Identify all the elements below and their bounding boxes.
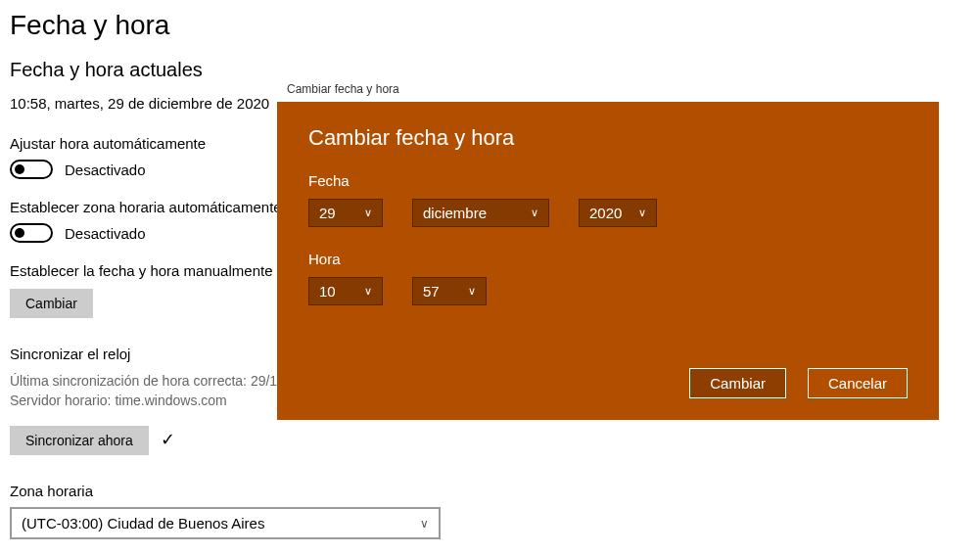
hour-value: 10 <box>319 283 336 300</box>
time-label: Hora <box>308 251 908 267</box>
day-select[interactable]: 29 ∨ <box>308 199 383 227</box>
auto-tz-state: Desactivado <box>65 225 146 242</box>
chevron-down-icon: ∨ <box>638 207 646 219</box>
dialog-window-title: Cambiar fecha y hora <box>277 76 939 102</box>
timezone-select[interactable]: (UTC-03:00) Ciudad de Buenos Aires ∨ <box>10 507 441 539</box>
day-value: 29 <box>319 205 336 221</box>
chevron-down-icon: ∨ <box>468 285 476 298</box>
auto-tz-toggle[interactable] <box>10 223 53 243</box>
month-value: diciembre <box>423 205 487 221</box>
auto-time-state: Desactivado <box>65 162 146 178</box>
sync-now-button[interactable]: Sincronizar ahora <box>10 426 149 455</box>
dialog-ok-button[interactable]: Cambiar <box>689 368 786 398</box>
change-datetime-dialog: Cambiar fecha y hora Cambiar fecha y hor… <box>277 76 939 420</box>
tz-heading: Zona horaria <box>10 483 970 499</box>
chevron-down-icon: ∨ <box>364 285 372 298</box>
month-select[interactable]: diciembre ∨ <box>412 199 549 227</box>
auto-time-toggle[interactable] <box>10 160 53 179</box>
checkmark-icon: ✓ <box>161 429 175 450</box>
dialog-cancel-button[interactable]: Cancelar <box>808 368 908 398</box>
year-value: 2020 <box>589 205 622 221</box>
date-label: Fecha <box>308 172 908 189</box>
dialog-heading: Cambiar fecha y hora <box>308 125 908 151</box>
minute-select[interactable]: 57 ∨ <box>412 277 487 305</box>
timezone-value: (UTC-03:00) Ciudad de Buenos Aires <box>22 515 264 532</box>
year-select[interactable]: 2020 ∨ <box>579 199 657 227</box>
change-button[interactable]: Cambiar <box>10 289 93 318</box>
chevron-down-icon: ∨ <box>364 207 372 219</box>
chevron-down-icon: ∨ <box>531 207 538 219</box>
chevron-down-icon: ∨ <box>420 517 429 531</box>
minute-value: 57 <box>423 283 440 300</box>
page-title: Fecha y hora <box>10 10 970 41</box>
hour-select[interactable]: 10 ∨ <box>308 277 383 305</box>
